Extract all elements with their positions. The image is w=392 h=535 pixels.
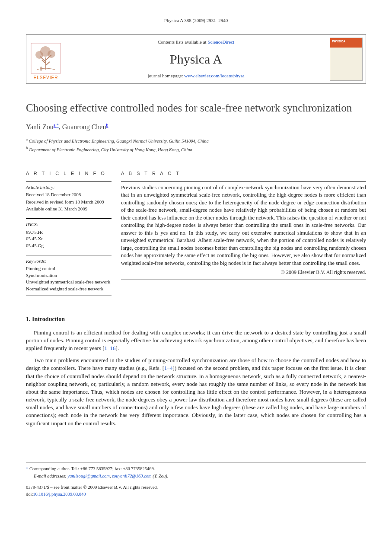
history-lines: Received 18 December 2008 Received in re… xyxy=(26,191,112,212)
ref-link-1-4[interactable]: 1–4 xyxy=(164,365,173,371)
keywords-block: Keywords: Pinning control Synchronizatio… xyxy=(26,255,112,296)
elsevier-tree-icon xyxy=(31,43,61,74)
star-icon: * xyxy=(26,466,28,471)
author-sep: , xyxy=(59,124,62,131)
introduction-section: 1. Introduction Pinning control is an ef… xyxy=(26,315,366,427)
cover-badge-text: PHYSICA xyxy=(332,39,345,44)
history-line: Available online 31 March 2009 xyxy=(26,206,112,212)
pacs-block: PACS: 89.75.Hc 05.45.Xt 05.45.Gg xyxy=(26,218,112,249)
keyword-item: Pinning control xyxy=(26,265,112,272)
homepage-prefix: journal homepage: xyxy=(147,73,184,78)
page-footer: * Corresponding author. Tel.: +86 773 58… xyxy=(26,462,366,498)
author-list: Yanli Zoua,*, Guanrong Chenb xyxy=(26,122,366,132)
pacs-label: PACS: xyxy=(26,221,112,228)
article-history-block: Article history: Received 18 December 20… xyxy=(26,181,112,213)
intro-heading: 1. Introduction xyxy=(26,315,366,324)
article-title: Choosing effective controlled nodes for … xyxy=(26,101,366,115)
affiliation-b-text: Department of Electronic Engineering, Ci… xyxy=(29,147,192,152)
journal-homepage-link[interactable]: www.elsevier.com/locate/physa xyxy=(184,73,244,78)
svg-point-3 xyxy=(48,50,55,58)
intro-paragraph-2: Two main problems encountered in the stu… xyxy=(26,357,366,427)
abstract-heading: A B S T R A C T xyxy=(121,170,366,177)
author-1-aff-mark[interactable]: a, xyxy=(54,123,57,127)
publisher-block: ELSEVIER xyxy=(26,35,65,83)
pacs-item: 05.45.Xt xyxy=(26,236,112,242)
sciencedirect-link[interactable]: ScienceDirect xyxy=(207,39,234,45)
contents-prefix: Contents lists available at xyxy=(158,39,207,45)
keyword-item: Normalized weighted scale-free network xyxy=(26,286,112,292)
affiliation-a: a College of Physics and Electronic Engi… xyxy=(26,137,366,144)
publisher-label: ELSEVIER xyxy=(34,75,58,81)
corresponding-author-note: * Corresponding author. Tel.: +86 773 58… xyxy=(26,466,366,472)
affiliation-a-text: College of Physics and Electronic Engine… xyxy=(29,139,209,143)
footer-meta: 0378-4371/$ – see front matter © 2009 El… xyxy=(26,484,366,497)
intro-p2-text-b: ]) focused on the second problem, and th… xyxy=(26,365,366,426)
intro-p1-text-a: Pinning control is an efficient method f… xyxy=(26,329,366,351)
contents-available-line: Contents lists available at ScienceDirec… xyxy=(158,39,234,45)
email-link-2[interactable]: zouyanli72@163.com xyxy=(112,474,152,478)
aff-mark-b: b xyxy=(26,146,28,150)
pacs-item: 05.45.Gg xyxy=(26,242,112,249)
journal-title: Physica A xyxy=(170,50,222,68)
keyword-item: Synchronization xyxy=(26,272,112,279)
history-label: Article history: xyxy=(26,184,112,191)
issn-line: 0378-4371/$ – see front matter © 2009 El… xyxy=(26,484,366,491)
author-2-name: Guanrong Chen xyxy=(62,124,106,131)
author-2-aff-mark[interactable]: b xyxy=(106,123,108,127)
abstract-copyright: © 2009 Elsevier B.V. All rights reserved… xyxy=(121,269,366,276)
keyword-item: Unweighted symmetrical scale-free networ… xyxy=(26,279,112,285)
journal-homepage-line: journal homepage: www.elsevier.com/locat… xyxy=(147,73,244,79)
email-link-1[interactable]: yanlizougl@gmail.com xyxy=(67,474,109,478)
masthead-center: Contents lists available at ScienceDirec… xyxy=(65,35,327,83)
corr-text: Corresponding author. Tel.: +86 773 5835… xyxy=(29,466,155,471)
intro-paragraph-1: Pinning control is an efficient method f… xyxy=(26,329,366,353)
cover-thumb-wrap: PHYSICA xyxy=(327,35,366,83)
doi-line: doi:10.1016/j.physa.2009.03.040 xyxy=(26,491,366,498)
article-info-column: A R T I C L E I N F O Article history: R… xyxy=(26,170,121,302)
info-abstract-row: A R T I C L E I N F O Article history: R… xyxy=(26,164,366,302)
doi-label: doi: xyxy=(26,492,33,497)
pacs-item: 89.75.Hc xyxy=(26,229,112,236)
journal-cover-thumbnail: PHYSICA xyxy=(330,38,363,81)
abstract-column: A B S T R A C T Previous studies concern… xyxy=(121,170,366,302)
emails-label: E-mail addresses: xyxy=(34,474,67,478)
history-line: Received in revised form 18 March 2009 xyxy=(26,199,112,205)
journal-masthead: ELSEVIER Contents lists available at Sci… xyxy=(26,34,366,84)
author-1-name: Yanli Zou xyxy=(26,124,54,131)
running-head: Physica A 388 (2009) 2931–2940 xyxy=(26,17,366,24)
email-tail: (Y. Zou). xyxy=(152,474,169,478)
history-line: Received 18 December 2008 xyxy=(26,191,112,198)
article-info-heading: A R T I C L E I N F O xyxy=(26,170,112,177)
affiliations-block: a College of Physics and Electronic Engi… xyxy=(26,137,366,153)
svg-point-4 xyxy=(40,67,42,71)
doi-link[interactable]: 10.1016/j.physa.2009.03.040 xyxy=(33,492,86,497)
abstract-text: Previous studies concerning pinning cont… xyxy=(121,184,366,268)
keywords-label: Keywords: xyxy=(26,258,112,264)
intro-p1-text-b: ]. xyxy=(116,345,119,351)
affiliation-b: b Department of Electronic Engineering, … xyxy=(26,145,366,153)
ref-link-1-16[interactable]: 1–16 xyxy=(105,345,116,351)
emails-line: E-mail addresses: yanlizougl@gmail.com, … xyxy=(26,473,366,480)
aff-mark-a: a xyxy=(26,137,28,141)
